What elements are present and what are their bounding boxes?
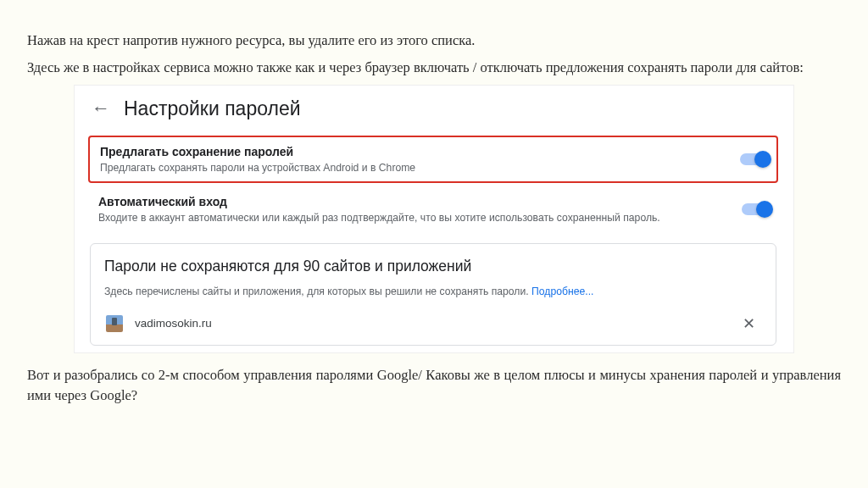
blocked-title: Пароли не сохраняются для 90 сайтов и пр… [104, 258, 762, 275]
intro-p2: Здесь же в настройках сервиса можно такж… [27, 58, 841, 78]
blocked-site-row: vadimosokin.ru ✕ [104, 309, 762, 338]
intro-p1: Нажав на крест напротив нужного ресурса,… [27, 30, 841, 51]
offer-save-setting: Предлагать сохранение паролей Предлагать… [88, 136, 778, 183]
site-name: vadimosokin.ru [135, 317, 726, 330]
learn-more-link[interactable]: Подробнее... [531, 286, 593, 297]
auto-signin-setting: Автоматический вход Входите в аккаунт ав… [88, 187, 778, 231]
offer-desc: Предлагать сохранять пароли на устройств… [100, 162, 737, 174]
password-settings-card: ← Настройки паролей Предлагать сохранени… [74, 85, 794, 353]
card-title: Настройки паролей [124, 97, 301, 120]
blocked-desc: Здесь перечислены сайты и приложения, дл… [104, 286, 762, 297]
outro-p: Вот и разобрались со 2-м способом управл… [27, 365, 841, 406]
offer-title: Предлагать сохранение паролей [100, 145, 737, 158]
offer-toggle[interactable] [740, 153, 769, 165]
site-favicon-icon [106, 315, 123, 332]
card-header: ← Настройки паролей [88, 97, 778, 120]
auto-toggle[interactable] [742, 203, 771, 215]
remove-site-button[interactable]: ✕ [737, 314, 760, 333]
blocked-sites-card: Пароли не сохраняются для 90 сайтов и пр… [90, 243, 776, 346]
auto-desc: Входите в аккаунт автоматически или кажд… [98, 212, 739, 224]
back-arrow-icon[interactable]: ← [92, 99, 110, 118]
auto-title: Автоматический вход [98, 195, 739, 208]
